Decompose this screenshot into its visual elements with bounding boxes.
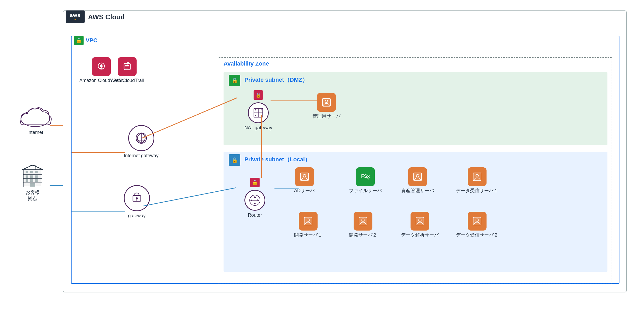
data-recv-server1-node: データ受信サーバ１ bbox=[456, 167, 498, 194]
svg-rect-18 bbox=[26, 171, 28, 173]
svg-rect-23 bbox=[35, 175, 38, 178]
data-analysis-server-icon bbox=[411, 212, 429, 231]
router-node: 🔒 bbox=[244, 178, 265, 218]
svg-point-49 bbox=[255, 109, 256, 110]
customer-site-node: お客様 拠点 bbox=[21, 164, 44, 202]
ad-server-label: ADサーバ bbox=[294, 188, 315, 194]
svg-rect-24 bbox=[26, 179, 28, 182]
data-recv-server2-label: データ受信サーバ２ bbox=[456, 232, 498, 238]
vpc-label: VPC bbox=[86, 37, 97, 44]
private-subnet-dmz: 🔒 Private subnet（DMZ） 🔒 bbox=[224, 72, 607, 145]
internet-cloud-icon bbox=[18, 104, 52, 128]
admin-server-node: 管理用サーバ bbox=[312, 93, 341, 119]
gateway-label: gateway bbox=[128, 213, 145, 219]
svg-point-50 bbox=[261, 109, 262, 110]
svg-point-51 bbox=[255, 115, 256, 116]
local-icon: 🔒 bbox=[229, 154, 240, 166]
data-recv-server2-node: データ受信サーバ２ bbox=[456, 212, 498, 238]
svg-point-52 bbox=[261, 115, 262, 116]
file-server-node: FSx □ ファイルサーバ bbox=[349, 167, 382, 194]
asset-server-icon bbox=[408, 167, 427, 186]
data-recv-server2-icon bbox=[468, 212, 487, 231]
local-label: Private subnet（Local） bbox=[244, 156, 311, 163]
gateway-icon bbox=[124, 185, 150, 211]
nat-gateway-label: NAT gateway bbox=[244, 125, 272, 131]
ad-server-node: ADサーバ bbox=[294, 167, 315, 194]
asset-server-node: 資産管理サーバ bbox=[401, 167, 434, 194]
aws-cloud-area: aws ~ AWS Cloud 🔒 VPC bbox=[63, 10, 627, 292]
svg-point-31 bbox=[100, 65, 103, 67]
svg-rect-25 bbox=[30, 179, 33, 182]
dmz-label: Private subnet（DMZ） bbox=[244, 76, 308, 84]
svg-rect-22 bbox=[30, 175, 33, 178]
vpc-label-area: 🔒 VPC bbox=[74, 36, 97, 45]
data-analysis-server-label: データ解析サーバ bbox=[401, 232, 439, 238]
dmz-icon: 🔒 bbox=[229, 75, 240, 86]
internet-gateway-icon bbox=[128, 125, 154, 151]
availability-zone: Availability Zone 🔒 Private subnet（DMZ） … bbox=[218, 57, 612, 284]
private-subnet-local: 🔒 Private subnet（Local） 🔒 bbox=[224, 152, 607, 272]
internet-gateway-label: Internet gateway bbox=[124, 153, 159, 159]
internet-node: Internet bbox=[18, 104, 52, 136]
svg-text:FSx: FSx bbox=[361, 174, 370, 179]
router-icon bbox=[244, 190, 265, 211]
customer-site-label: お客様 拠点 bbox=[26, 190, 40, 202]
vpc-icon: 🔒 bbox=[74, 36, 84, 45]
internet-gateway-node: Internet gateway bbox=[124, 125, 159, 159]
asset-server-label: 資産管理サーバ bbox=[401, 188, 434, 194]
cloudtrail-icon bbox=[118, 57, 137, 76]
cloudtrail-label: AWS CloudTrail bbox=[111, 78, 144, 84]
dev-server1-label: 開発サーバ１ bbox=[294, 232, 322, 238]
vpc-area: 🔒 VPC Amazon CloudWatch bbox=[71, 36, 619, 284]
building-icon bbox=[21, 164, 44, 188]
aws-cloud-label: AWS Cloud bbox=[88, 13, 125, 21]
svg-rect-20 bbox=[35, 171, 38, 173]
data-recv-server1-icon bbox=[468, 167, 487, 186]
nat-lock-icon: 🔒 bbox=[254, 90, 263, 100]
router-lock-icon: 🔒 bbox=[250, 178, 260, 187]
internet-label: Internet bbox=[27, 129, 43, 136]
dev-server1-node: 開発サーバ１ bbox=[294, 212, 322, 238]
cloudtrail-node: AWS CloudTrail bbox=[111, 57, 144, 84]
gateway-node: gateway bbox=[124, 185, 150, 219]
svg-marker-59 bbox=[254, 196, 256, 198]
svg-rect-21 bbox=[26, 175, 28, 178]
data-analysis-server-node: データ解析サーバ bbox=[401, 212, 439, 238]
svg-marker-60 bbox=[254, 203, 256, 205]
svg-text:□: □ bbox=[367, 178, 368, 180]
cloudwatch-icon bbox=[92, 57, 111, 76]
file-server-icon: FSx □ bbox=[356, 167, 375, 186]
nat-gateway-node: 🔒 bbox=[244, 90, 272, 131]
ad-server-icon bbox=[295, 167, 314, 186]
svg-rect-19 bbox=[30, 171, 33, 173]
dev-server1-icon bbox=[299, 212, 318, 231]
nat-gateway-icon bbox=[248, 102, 269, 123]
svg-marker-62 bbox=[257, 199, 259, 201]
diagram-container: Internet お客様 拠点 bbox=[16, 10, 632, 300]
dev-server2-icon bbox=[354, 212, 372, 231]
data-recv-server1-label: データ受信サーバ１ bbox=[456, 188, 498, 194]
svg-marker-61 bbox=[250, 199, 252, 201]
svg-rect-27 bbox=[30, 183, 35, 187]
file-server-label: ファイルサーバ bbox=[349, 188, 382, 194]
dev-server2-node: 開発サーバ２ bbox=[349, 212, 377, 238]
aws-logo: aws ~ bbox=[66, 10, 85, 23]
admin-server-icon bbox=[317, 93, 336, 112]
router-label: Router bbox=[248, 212, 262, 218]
dev-server2-label: 開発サーバ２ bbox=[349, 232, 377, 238]
svg-point-44 bbox=[136, 197, 138, 199]
admin-server-label: 管理用サーバ bbox=[312, 113, 341, 119]
svg-rect-26 bbox=[35, 179, 38, 182]
az-label: Availability Zone bbox=[224, 60, 269, 67]
